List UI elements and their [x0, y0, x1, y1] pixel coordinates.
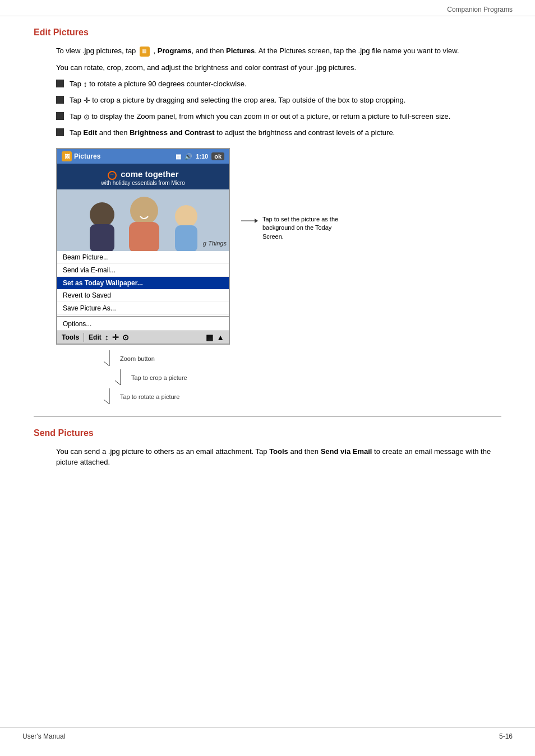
intro1-bold: , Programs, and then Pictures. At the Pi… [154, 47, 459, 55]
screenshot-area: 🖼 Pictures ▦ 🔊 1:10 ok [56, 148, 501, 345]
crop-button[interactable]: ✛ [112, 333, 119, 342]
edit-pictures-section: Edit Pictures To view .jpg pictures, tap… [34, 27, 501, 405]
svg-line-10 [104, 361, 109, 366]
intro-paragraph-2: You can rotate, crop, zoom, and adjust t… [56, 62, 501, 73]
caption-group: Zoom button Tap to crop a picture [56, 350, 501, 405]
edit-pictures-body: To view .jpg pictures, tap ▦ , Programs,… [34, 45, 501, 405]
volume-icon: 🔊 [185, 153, 192, 160]
bullet-icon-brightness [56, 128, 64, 136]
toolbar-separator-1 [84, 333, 84, 342]
device-screen: 🖼 Pictures ▦ 🔊 1:10 ok [56, 148, 230, 345]
svg-point-3 [130, 197, 158, 225]
menu-item-send-email[interactable]: Send via E-mail... [57, 264, 229, 277]
send-pictures-body: You can send a .jpg picture to others as… [34, 446, 501, 468]
caption-rotate-text: Tap to rotate a picture [120, 393, 179, 400]
page-content: Edit Pictures To view .jpg pictures, tap… [0, 16, 535, 485]
programs-icon: ▦ [140, 47, 150, 57]
send-pictures-section: Send Pictures You can send a .jpg pictur… [34, 428, 501, 468]
header-text: Companion Programs [447, 6, 513, 13]
pictures-app-icon: 🖼 [62, 151, 72, 161]
bullet-item-crop: Tap ✛ to crop a picture by dragging and … [56, 95, 501, 106]
page-footer: User's Manual 5-16 [0, 727, 535, 745]
ad-line1: come together [121, 169, 178, 179]
send-pictures-title: Send Pictures [34, 428, 501, 438]
send-pictures-text: You can send a .jpg picture to others as… [56, 446, 501, 468]
caption-crop-text: Tap to crop a picture [131, 374, 187, 381]
menu-item-options[interactable]: Options... [57, 318, 229, 331]
bullet-item-zoom: Tap ⊙ to display the Zoom panel, from wh… [56, 111, 501, 122]
programs-icon-inline: ▦ [140, 47, 150, 57]
screen-toolbar: Tools Edit ↕ ✛ ⊙ ▦ ▲ [57, 331, 229, 344]
caption-crop: Tap to crop a picture [101, 369, 501, 386]
svg-point-1 [90, 202, 114, 227]
time-display: 1:10 [196, 153, 208, 160]
bullet-item-brightness: Tap Edit and then Brightness and Contras… [56, 127, 501, 138]
intro-paragraph-1: To view .jpg pictures, tap ▦ , Programs,… [56, 45, 501, 57]
menu-item-revert[interactable]: Revert to Saved [57, 289, 229, 302]
menu-item-save-as[interactable]: Save Picture As... [57, 302, 229, 315]
zoom-button[interactable]: ⊙ [122, 333, 129, 342]
annotation-right: Tap to set the picture as the background… [241, 215, 347, 241]
things-label: g Things [203, 240, 227, 247]
toolbar-tools[interactable]: Tools [62, 333, 79, 341]
svg-line-12 [115, 381, 121, 385]
titlebar-right: ▦ 🔊 1:10 ok [176, 152, 224, 160]
feature-list: Tap ↕ to rotate a picture 90 degrees cou… [56, 78, 501, 138]
bullet-icon-crop [56, 96, 64, 104]
bullet-item-rotate: Tap ↕ to rotate a picture 90 degrees cou… [56, 78, 501, 90]
titlebar-label: Pictures [74, 152, 100, 160]
bullet-icon-rotate [56, 80, 64, 87]
svg-rect-6 [175, 225, 197, 251]
ad-icon [108, 171, 117, 180]
caption-zoom: Zoom button [101, 350, 501, 367]
edit-pictures-title: Edit Pictures [34, 27, 501, 38]
screen-titlebar: 🖼 Pictures ▦ 🔊 1:10 ok [57, 149, 229, 164]
screen-photo: g Things [57, 189, 229, 251]
signal-icon: ▦ [176, 153, 181, 160]
caption-zoom-text: Zoom button [120, 355, 155, 362]
annotation-right-text: Tap to set the picture as the background… [262, 215, 347, 241]
annotation-arrow [241, 215, 258, 226]
intro1-text: To view .jpg pictures, tap [56, 47, 138, 55]
up-button[interactable]: ▲ [216, 333, 224, 342]
footer-left: User's Manual [22, 732, 65, 740]
ok-button[interactable]: ok [211, 152, 224, 160]
svg-marker-8 [255, 219, 258, 223]
screen-menu: Beam Picture... Send via E-mail... Set a… [57, 251, 229, 331]
section-divider [34, 416, 501, 417]
screen-ad-area: come together with holiday essentials fr… [57, 164, 229, 189]
rotate-button[interactable]: ↕ [105, 333, 109, 342]
caption-rotate: Tap to rotate a picture [101, 388, 501, 405]
footer-right: 5-16 [499, 732, 513, 740]
page-header: Companion Programs [0, 0, 535, 16]
svg-point-5 [175, 205, 197, 228]
bullet-icon-zoom [56, 112, 64, 120]
menu-item-wallpaper[interactable]: Set as Today Wallpaper... [57, 277, 229, 289]
ad-line2: with holiday essentials from Micro [62, 180, 224, 186]
right-annotation-container: Tap to set the picture as the background… [241, 148, 347, 241]
titlebar-left: 🖼 Pictures [62, 151, 100, 161]
toolbar-edit[interactable]: Edit [89, 333, 102, 341]
grid-button[interactable]: ▦ [206, 333, 213, 342]
svg-line-14 [104, 400, 109, 404]
svg-rect-4 [129, 222, 159, 251]
menu-divider [57, 316, 229, 317]
menu-item-beam[interactable]: Beam Picture... [57, 251, 229, 264]
svg-rect-2 [90, 224, 114, 251]
